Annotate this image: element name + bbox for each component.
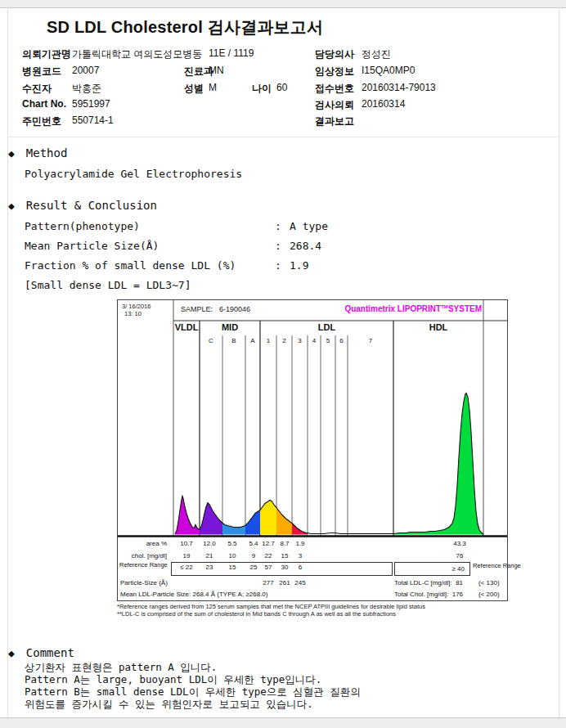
chol-value: 76 (449, 552, 470, 559)
result-value: 268.4 (290, 240, 321, 252)
result-label: Mean Particle Size(Å) (25, 240, 159, 252)
sublane-label: 6 (334, 337, 350, 344)
area-pct-value: 5.5 (222, 540, 243, 547)
left-border-line (7, 7, 8, 717)
chol-value: 10 (222, 552, 243, 559)
diamond-bullet-icon: ◆ (8, 647, 15, 659)
sample-label: SAMPLE: (181, 305, 213, 313)
comment-title: Comment (26, 646, 74, 659)
sublane-label: B (226, 337, 242, 344)
group-label-hdl: HDL (406, 322, 471, 332)
fraction-fill (245, 510, 260, 535)
sublane-label: A (245, 337, 261, 344)
field-label: 접수번호 (315, 82, 354, 96)
result-note: [Small dense LDL = LDL3~7] (25, 279, 191, 291)
result-label: Pattern(phenotype) (25, 220, 140, 232)
bottom-border-band (0, 717, 566, 728)
reference-range-box-right: ≥ 40 (394, 562, 470, 576)
field-value: 60 (276, 82, 287, 93)
report-page: SD LDL Cholesterol 검사결과보고서 의뢰기관명가톨릭대학교 여… (0, 0, 566, 728)
area-pct-value: 43.3 (449, 540, 470, 547)
field-label: 성별 (184, 82, 204, 96)
field-label: 주민번호 (22, 115, 61, 128)
result-title: Result & Conclusion (26, 199, 157, 212)
footnote-1: *Reference ranges derived from 125 serum… (117, 603, 425, 610)
field-value: 20007 (72, 65, 99, 76)
field-value: 정성진 (362, 47, 391, 61)
field-value: 20160314 (362, 98, 405, 110)
field-value: 5951997 (72, 98, 110, 110)
chart-date: 3/ 16/2016 (122, 303, 150, 310)
chart-time: 13: 10 (124, 310, 142, 317)
comment-line: 위험도를 증가시킬 수 있는 위험인자로 보고되고 있습니다. (25, 698, 313, 712)
field-value: MN (209, 65, 224, 76)
result-value: 1.9 (290, 259, 308, 272)
reference-range-value: 6 (290, 564, 311, 571)
sublane-label: C (203, 337, 219, 344)
sublane-label: 2 (276, 337, 293, 344)
diamond-bullet-icon: ◆ (8, 147, 15, 160)
reference-range-left-label: Reference Range (119, 562, 167, 568)
field-value: 가톨릭대학교 여의도성모병동 (72, 47, 202, 61)
mean-ldl-particle-size: Mean LDL-Particle Size: 268.4 Å (TYPE A;… (120, 591, 267, 598)
method-body: Polyacrylamide Gel Electrophoresis (25, 168, 242, 180)
field-value: 박홍준 (72, 82, 101, 96)
densitometry-trace-line (175, 393, 483, 535)
field-label: 담당의사 (315, 47, 354, 61)
field-value: 550714-1 (72, 115, 114, 126)
result-separator: : (275, 220, 281, 232)
field-value: 20160314-79013 (362, 82, 436, 93)
reference-range-value: 15 (222, 564, 243, 571)
lipoprint-brand-label: Quantimetrix LIPOPRINTTMSYSTEM (344, 304, 482, 313)
sublane-label: 1 (260, 337, 276, 344)
footnote-2: **LDL-C is comprised of the sum of chole… (117, 610, 396, 618)
total-ldl-c: Total LDL-C [mg/dl]: 81 (394, 579, 463, 586)
reference-range-value: ≤ 22 (176, 564, 197, 571)
result-separator: : (275, 240, 281, 252)
chol-value: 3 (290, 552, 311, 559)
top-border-band (0, 0, 566, 8)
field-label: 임상정보 (315, 65, 354, 79)
result-value: A type (290, 220, 328, 232)
particle-size-row-label: Particle-Size (Å) (120, 579, 168, 586)
area-pct-value: 1.9 (290, 540, 311, 547)
method-section-heading: ◆Method (8, 146, 67, 160)
area-pct-value: 10.7 (176, 540, 197, 547)
group-label-mid: MID (197, 322, 263, 332)
result-separator: : (275, 259, 281, 272)
lipoprint-chart: 3/ 16/2016 13: 10 SAMPLE: 6-190046 Quant… (117, 299, 508, 601)
field-label: Chart No. (22, 98, 66, 110)
field-value: M (209, 82, 217, 93)
page-title: SD LDL Cholesterol 검사결과보고서 (47, 16, 323, 38)
field-label: 검사의뢰 (315, 98, 354, 112)
reference-range-value: 23 (199, 564, 220, 571)
area-row-label: area % (118, 540, 167, 547)
result-label: Fraction % of small dense LDL (%) (25, 259, 236, 272)
total-chol-range: (< 200) (478, 591, 500, 598)
sublane-label: 7 (362, 337, 379, 344)
right-border-line (559, 7, 559, 717)
total-chol: Total Chol. [mg/dl]: 176 (394, 591, 463, 598)
field-label: 나이 (252, 82, 272, 96)
sample-value: 6-190046 (219, 305, 250, 313)
field-label: 병원코드 (22, 65, 61, 79)
method-title: Method (26, 146, 68, 160)
field-label: 의뢰기관명 (22, 47, 71, 61)
field-value: I15QA0MP0 (362, 65, 415, 76)
field-value: 11E / 1119 (209, 47, 254, 59)
hdl-reference-value: ≥ 40 (451, 565, 465, 573)
group-label-ldl: LDL (294, 322, 360, 332)
total-ldl-c-range: (< 130) (478, 579, 500, 586)
field-label: 수진자 (22, 82, 52, 96)
chol-value: 21 (199, 552, 220, 559)
comment-section-heading: ◆Comment (8, 646, 74, 659)
diamond-bullet-icon: ◆ (8, 200, 15, 212)
particle-size-value: 245 (290, 579, 311, 586)
area-pct-value: 12.0 (199, 540, 220, 547)
densitometry-trace-plot (118, 300, 507, 538)
chol-row-label: chol. [mg/dl] (118, 552, 167, 559)
field-label: 결과보고 (315, 115, 354, 128)
header-divider (8, 137, 558, 137)
chol-value: 19 (176, 552, 197, 559)
result-section-heading: ◆Result & Conclusion (8, 199, 157, 212)
